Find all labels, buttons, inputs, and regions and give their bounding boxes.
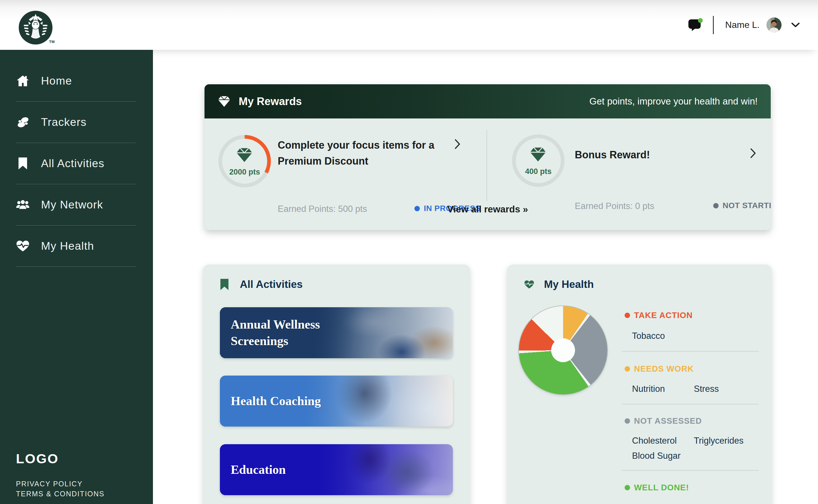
legend-dot — [625, 366, 630, 372]
rewards-body: 2000 pts Complete your focus items for a… — [205, 118, 771, 230]
all-activities-card: All Activities Annual Wellness Screening… — [203, 265, 470, 504]
gem-icon — [218, 95, 231, 108]
health-item-stress: Stress — [694, 384, 719, 394]
legend-group-take-action: TAKE ACTION — [625, 311, 693, 320]
banner-title: Health Coaching — [220, 393, 321, 409]
siren-logo-graphic — [18, 10, 54, 46]
all-activities-header: All Activities — [220, 278, 303, 291]
chevron-right-icon[interactable] — [455, 139, 460, 149]
legend-divider — [622, 351, 759, 352]
trademark-label: TM — [49, 40, 55, 44]
my-health-card: My Health TAKE ACTION Tobacco NEEDS WORK… — [507, 265, 772, 504]
legend-dot — [625, 418, 630, 424]
health-item-triglycerides: Triglycerides — [694, 436, 744, 446]
rewards-tagline: Get points, improve your health and win! — [589, 96, 758, 107]
sidebar-footer: LOGO PRIVACY POLICY TERMS & CONDITIONS — [16, 451, 105, 499]
sidebar: Home Trackers All Activities — [0, 50, 153, 504]
header-divider — [713, 16, 714, 34]
reward-target-points: 2000 pts — [229, 168, 260, 177]
sidebar-item-home[interactable]: Home — [16, 60, 136, 102]
progress-ring: 2000 pts — [218, 135, 271, 187]
reward-title[interactable]: Bonus Reward! — [575, 147, 746, 163]
privacy-policy-link[interactable]: PRIVACY POLICY — [16, 479, 105, 489]
legend-items: Blood Sugar — [632, 451, 681, 461]
chat-bubble-icon[interactable] — [688, 18, 703, 32]
banner-health-coaching[interactable]: Health Coaching — [220, 376, 453, 427]
my-rewards-header: My Rewards Get points, improve your heal… — [205, 84, 771, 118]
sidebar-nav: Home Trackers All Activities — [16, 60, 136, 267]
dashboard-screen: TM Name L. — [0, 0, 818, 504]
sidebar-item-trackers[interactable]: Trackers — [16, 102, 136, 143]
legend-items: Tobacco — [632, 331, 665, 341]
my-health-header: My Health — [524, 278, 594, 291]
banner-title: Annual Wellness Screenings — [220, 316, 340, 349]
home-icon — [16, 74, 30, 88]
progress-ring: 400 pts — [512, 134, 565, 187]
card-title: All Activities — [240, 278, 303, 290]
banner-education[interactable]: Education — [220, 444, 453, 495]
health-item-blood-sugar: Blood Sugar — [632, 451, 681, 461]
banner-annual-wellness-screenings[interactable]: Annual Wellness Screenings — [220, 307, 453, 358]
view-all-rewards-link[interactable]: View all rewards » — [205, 204, 771, 215]
legend-label: WELL DONE! — [634, 483, 689, 492]
legend-group-needs-work: NEEDS WORK — [625, 364, 694, 374]
heart-pulse-icon — [16, 239, 30, 253]
legend-group-well-done: WELL DONE! — [625, 483, 689, 492]
sidebar-item-label: Home — [41, 75, 72, 87]
sidebar-item-my-health[interactable]: My Health — [16, 226, 136, 267]
bookmark-icon — [16, 157, 30, 170]
card-title: My Health — [544, 278, 594, 290]
legend-dot — [625, 313, 630, 318]
legend-divider — [622, 404, 759, 404]
legend-label: TAKE ACTION — [634, 311, 693, 320]
legend-items: Cholesterol Triglycerides — [632, 436, 744, 446]
sidebar-item-my-network[interactable]: My Network — [16, 184, 136, 226]
bookmark-icon — [220, 278, 230, 291]
panel-title: My Rewards — [239, 95, 302, 108]
avatar[interactable] — [766, 17, 782, 32]
legend-label: NEEDS WORK — [634, 364, 694, 374]
sidebar-item-label: My Health — [41, 240, 94, 252]
sidebar-item-label: All Activities — [41, 157, 105, 170]
gem-icon — [236, 146, 253, 165]
heart-pulse-icon — [524, 278, 534, 291]
gem-icon — [529, 146, 547, 164]
footprints-icon — [16, 115, 30, 129]
reward-title[interactable]: Complete your focus items for a Premium … — [278, 137, 449, 169]
health-item-nutrition: Nutrition — [632, 384, 694, 394]
user-name: Name L. — [725, 20, 760, 30]
terms-conditions-link[interactable]: TERMS & CONDITIONS — [16, 489, 105, 499]
chevron-down-icon[interactable] — [791, 22, 800, 28]
legend-label: NOT ASSESSED — [634, 416, 702, 426]
legend-dot — [625, 485, 630, 490]
legend-items: Nutrition Stress — [632, 384, 719, 394]
sidebar-item-label: Trackers — [41, 116, 87, 128]
footer-logo-text: LOGO — [16, 451, 105, 466]
legend-divider — [622, 470, 759, 471]
top-header: TM Name L. — [0, 0, 818, 50]
legend-group-not-assessed: NOT ASSESSED — [625, 416, 702, 426]
header-actions: Name L. — [688, 0, 800, 50]
rewards-card-divider — [486, 130, 487, 201]
health-item-cholesterol: Cholesterol — [632, 436, 694, 446]
health-item-tobacco: Tobacco — [632, 331, 665, 341]
sidebar-item-all-activities[interactable]: All Activities — [16, 143, 136, 184]
reward-target-points: 400 pts — [525, 167, 551, 176]
my-rewards-panel: My Rewards Get points, improve your heal… — [205, 84, 771, 230]
people-icon — [16, 198, 30, 212]
chevron-right-icon[interactable] — [750, 148, 756, 158]
starbucks-siren-logo: TM — [18, 10, 54, 46]
banner-title: Education — [220, 462, 286, 478]
sidebar-item-label: My Network — [41, 198, 103, 211]
health-donut-chart — [519, 306, 607, 394]
